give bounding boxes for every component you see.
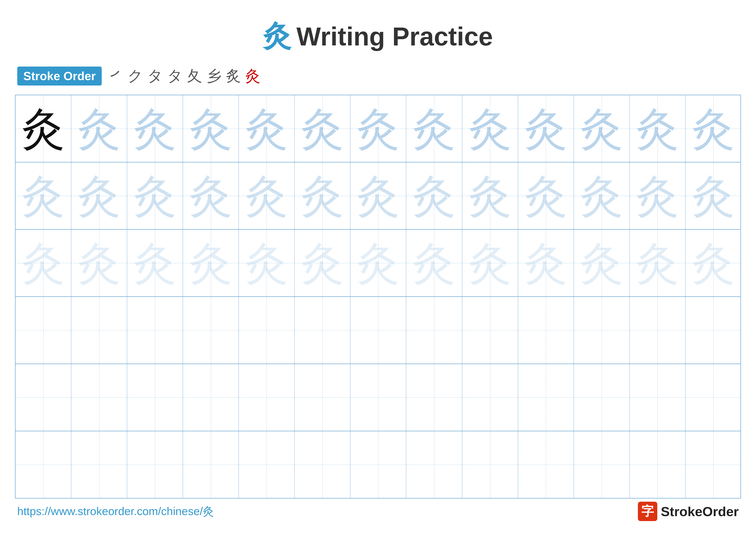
cell-6-2[interactable]: [71, 431, 127, 498]
cell-2-8: 灸: [406, 163, 462, 229]
cell-1-10: 灸: [518, 95, 574, 162]
footer-url: https://www.strokeorder.com/chinese/灸: [17, 504, 214, 519]
stroke-step-4: タ: [167, 66, 183, 86]
cell-4-7[interactable]: [350, 297, 406, 364]
cell-4-9[interactable]: [462, 297, 518, 364]
stroke-step-1: ㇒: [108, 66, 123, 86]
cell-6-13[interactable]: [686, 431, 741, 498]
cell-6-6[interactable]: [295, 431, 350, 498]
cell-6-4[interactable]: [183, 431, 239, 498]
stroke-steps: ㇒ ク タ タ 夂 乡 炙 灸: [108, 66, 260, 86]
cell-4-3[interactable]: [127, 297, 183, 364]
cell-4-8[interactable]: [406, 297, 462, 364]
title-chinese-char: 灸: [263, 20, 291, 51]
cell-3-10: 灸: [518, 230, 574, 296]
cell-5-11[interactable]: [574, 364, 630, 431]
cell-4-1[interactable]: [15, 297, 71, 364]
cell-3-2: 灸: [71, 230, 127, 296]
cell-6-1[interactable]: [15, 431, 71, 498]
cell-6-5[interactable]: [239, 431, 295, 498]
cell-4-4[interactable]: [183, 297, 239, 364]
cell-2-1: 灸: [15, 163, 71, 229]
stroke-step-3: タ: [148, 66, 163, 86]
cell-3-11: 灸: [574, 230, 630, 296]
cell-2-11: 灸: [574, 163, 630, 229]
grid-row-1: 灸 灸 灸 灸 灸 灸 灸 灸 灸 灸 灸 灸 灸: [15, 95, 741, 163]
cell-5-13[interactable]: [686, 364, 741, 431]
cell-3-7: 灸: [350, 230, 406, 296]
cell-4-2[interactable]: [71, 297, 127, 364]
practice-grid: 灸 灸 灸 灸 灸 灸 灸 灸 灸 灸 灸 灸 灸 灸 灸 灸 灸 灸 灸 灸 …: [15, 95, 741, 498]
logo-name: StrokeOrder: [661, 504, 739, 519]
cell-6-10[interactable]: [518, 431, 574, 498]
stroke-order-badge: Stroke Order: [17, 66, 102, 86]
cell-3-9: 灸: [462, 230, 518, 296]
cell-5-7[interactable]: [350, 364, 406, 431]
cell-2-5: 灸: [239, 163, 295, 229]
cell-1-5: 灸: [239, 95, 295, 162]
cell-5-5[interactable]: [239, 364, 295, 431]
cell-5-12[interactable]: [630, 364, 686, 431]
cell-1-6: 灸: [295, 95, 350, 162]
cell-6-7[interactable]: [350, 431, 406, 498]
cell-4-11[interactable]: [574, 297, 630, 364]
cell-3-5: 灸: [239, 230, 295, 296]
grid-row-3: 灸 灸 灸 灸 灸 灸 灸 灸 灸 灸 灸 灸 灸: [15, 230, 741, 297]
cell-5-3[interactable]: [127, 364, 183, 431]
cell-2-3: 灸: [127, 163, 183, 229]
stroke-order-row: Stroke Order ㇒ ク タ タ 夂 乡 炙 灸: [0, 66, 756, 86]
cell-2-4: 灸: [183, 163, 239, 229]
cell-1-12: 灸: [630, 95, 686, 162]
cell-3-3: 灸: [127, 230, 183, 296]
cell-5-2[interactable]: [71, 364, 127, 431]
cell-6-9[interactable]: [462, 431, 518, 498]
cell-2-6: 灸: [295, 163, 350, 229]
cell-2-2: 灸: [71, 163, 127, 229]
stroke-step-6: 乡: [206, 66, 222, 86]
cell-3-6: 灸: [295, 230, 350, 296]
cell-1-7: 灸: [350, 95, 406, 162]
cell-1-8: 灸: [406, 95, 462, 162]
stroke-step-2: ク: [127, 66, 143, 86]
page-title: 灸 Writing Practice: [0, 17, 756, 55]
cell-4-13[interactable]: [686, 297, 741, 364]
cell-4-5[interactable]: [239, 297, 295, 364]
cell-2-9: 灸: [462, 163, 518, 229]
grid-row-5: [15, 364, 741, 431]
stroke-step-8: 灸: [245, 66, 260, 86]
cell-6-12[interactable]: [630, 431, 686, 498]
cell-1-2: 灸: [71, 95, 127, 162]
footer-logo: 字 StrokeOrder: [638, 502, 739, 521]
cell-5-1[interactable]: [15, 364, 71, 431]
cell-3-13: 灸: [686, 230, 741, 296]
stroke-step-5: 夂: [187, 66, 202, 86]
logo-icon: 字: [638, 502, 657, 521]
cell-5-4[interactable]: [183, 364, 239, 431]
cell-3-12: 灸: [630, 230, 686, 296]
cell-4-12[interactable]: [630, 297, 686, 364]
cell-2-12: 灸: [630, 163, 686, 229]
cell-6-11[interactable]: [574, 431, 630, 498]
cell-1-9: 灸: [462, 95, 518, 162]
char-solid: 灸: [22, 107, 65, 150]
stroke-step-7: 炙: [226, 66, 241, 86]
cell-1-3: 灸: [127, 95, 183, 162]
cell-6-8[interactable]: [406, 431, 462, 498]
grid-row-6: [15, 431, 741, 498]
cell-3-4: 灸: [183, 230, 239, 296]
cell-1-11: 灸: [574, 95, 630, 162]
cell-5-9[interactable]: [462, 364, 518, 431]
cell-4-6[interactable]: [295, 297, 350, 364]
cell-5-8[interactable]: [406, 364, 462, 431]
cell-2-10: 灸: [518, 163, 574, 229]
cell-1-4: 灸: [183, 95, 239, 162]
cell-6-3[interactable]: [127, 431, 183, 498]
cell-2-13: 灸: [686, 163, 741, 229]
title-english: Writing Practice: [297, 22, 493, 51]
cell-5-6[interactable]: [295, 364, 350, 431]
cell-5-10[interactable]: [518, 364, 574, 431]
cell-4-10[interactable]: [518, 297, 574, 364]
grid-row-4: [15, 297, 741, 364]
cell-3-8: 灸: [406, 230, 462, 296]
footer: https://www.strokeorder.com/chinese/灸 字 …: [17, 502, 739, 521]
